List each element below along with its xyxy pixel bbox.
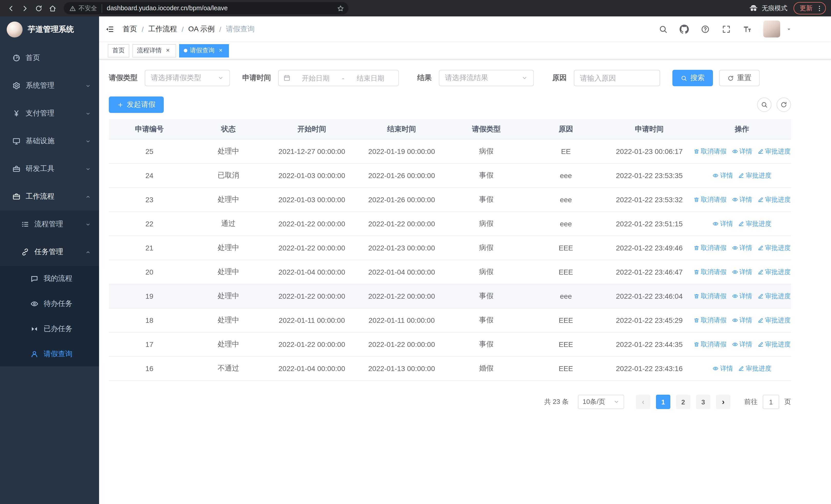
progress-button[interactable]: 审批进度 [757,243,791,252]
refresh-table-button[interactable] [777,97,791,112]
end-date-input[interactable] [347,74,394,82]
browser-menu-icon[interactable] [815,4,823,12]
sidebar-item-system-management[interactable]: 系统管理 [0,72,99,99]
page-unit-label: 页 [784,397,791,407]
cancel-leave-button[interactable]: 取消请假 [693,340,726,349]
page-size-select[interactable]: 10条/页 [578,395,624,409]
progress-button[interactable]: 审批进度 [738,171,771,180]
progress-button[interactable]: 审批进度 [757,340,791,349]
progress-button[interactable]: 审批进度 [757,292,791,300]
reset-button[interactable]: 重置 [719,70,760,86]
help-button[interactable] [700,24,710,34]
create-leave-label: 发起请假 [127,100,155,109]
detail-button[interactable]: 详情 [732,316,752,325]
font-size-button[interactable] [742,24,752,34]
apply-time-range-picker[interactable]: - [278,70,399,86]
next-page-button[interactable]: › [716,395,730,409]
search-button[interactable] [658,24,668,34]
detail-button[interactable]: 详情 [732,268,752,276]
eye-icon [732,197,738,203]
sidebar-item-process-management[interactable]: 流程管理 [0,210,99,238]
detail-button[interactable]: 详情 [712,171,733,180]
sidebar-item-done-tasks[interactable]: 已办任务 [0,316,99,341]
collapse-sidebar-button[interactable] [99,16,121,42]
sidebar-item-my-processes[interactable]: 我的流程 [0,266,99,291]
eye-icon [30,299,38,308]
sidebar-item-home[interactable]: 首页 [0,44,99,72]
chevron-down-icon [218,75,224,81]
breadcrumb-home[interactable]: 首页 [123,24,137,34]
github-link[interactable] [679,24,689,34]
eye-icon [712,173,719,179]
cancel-leave-button[interactable]: 取消请假 [693,316,726,325]
sidebar-item-task-management[interactable]: 任务管理 [0,238,99,266]
update-button[interactable]: 更新 [794,2,826,14]
detail-button[interactable]: 详情 [712,364,733,373]
back-button[interactable] [4,1,18,15]
cell-end-time: 2022-01-04 00:00:00 [357,268,447,276]
progress-button[interactable]: 审批进度 [757,316,791,325]
progress-button[interactable]: 审批进度 [757,195,791,204]
page-button-2[interactable]: 2 [676,395,690,409]
create-leave-button[interactable]: 发起请假 [109,96,164,113]
page-button-3[interactable]: 3 [696,395,710,409]
sidebar-item-leave-query[interactable]: 请假查询 [0,341,99,366]
caret-down-icon[interactable] [786,26,792,32]
progress-button[interactable]: 审批进度 [757,268,791,276]
detail-button[interactable]: 详情 [732,292,752,300]
progress-button[interactable]: 审批进度 [757,147,791,156]
tab-leave-query[interactable]: 请假查询 × [179,44,229,57]
sidebar-item-infrastructure[interactable]: 基础设施 [0,127,99,155]
fullscreen-button[interactable] [721,24,732,34]
page-button-1[interactable]: 1 [656,395,670,409]
forward-button[interactable] [18,1,32,15]
sidebar-item-payment-management[interactable]: 支付管理 [0,99,99,127]
home-button[interactable] [46,1,60,15]
toggle-search-button[interactable] [757,97,771,112]
security-chip[interactable]: 不安全 [69,4,102,12]
progress-button[interactable]: 审批进度 [738,364,771,373]
reload-button[interactable] [32,1,46,15]
cell-leave-type: 病假 [447,147,526,156]
reason-input[interactable] [574,70,660,86]
sidebar-item-dev-tools[interactable]: 研发工具 [0,155,99,183]
breadcrumb-workflow[interactable]: 工作流程 [148,24,177,34]
breadcrumb-oa-example[interactable]: OA 示例 [189,24,215,34]
cell-leave-type: 事假 [447,171,526,180]
detail-button[interactable]: 详情 [732,243,752,252]
start-date-input[interactable] [292,74,339,82]
detail-button[interactable]: 详情 [712,219,733,228]
cancel-leave-button[interactable]: 取消请假 [693,243,726,252]
detail-button[interactable]: 详情 [732,195,752,204]
address-bar[interactable]: 不安全 dashboard.yudao.iocoder.cn/bpm/oa/le… [64,2,348,14]
app-logo[interactable]: 芋道管理系统 [0,17,99,42]
sidebar-item-todo-tasks[interactable]: 待办任务 [0,291,99,316]
cell-apply-time: 2022-01-22 23:43:16 [606,364,693,373]
prev-page-button[interactable]: ‹ [636,395,650,409]
cell-apply-time: 2022-01-22 23:51:15 [606,220,693,228]
cancel-leave-button[interactable]: 取消请假 [693,195,726,204]
close-icon[interactable]: × [164,47,171,54]
cell-reason: EEE [526,340,606,349]
sidebar-item-label: 已办任务 [44,324,99,333]
goto-page-input[interactable] [763,395,779,409]
user-avatar[interactable] [763,21,780,37]
leave-type-select[interactable]: 请选择请假类型 [145,70,230,86]
tab-home[interactable]: 首页 [108,44,130,57]
column-header-actions: 操作 [693,124,791,134]
result-select[interactable]: 请选择流结果 [439,70,534,86]
detail-button[interactable]: 详情 [732,147,752,156]
eye-icon [732,341,738,348]
sidebar-item-label: 基础设施 [26,137,85,146]
sidebar-item-workflow[interactable]: 工作流程 [0,183,99,210]
tab-process-detail[interactable]: 流程详情 × [133,44,176,57]
cancel-leave-button[interactable]: 取消请假 [693,292,726,300]
cancel-leave-button[interactable]: 取消请假 [693,147,726,156]
close-icon[interactable]: × [217,47,224,54]
cancel-leave-button[interactable]: 取消请假 [693,268,726,276]
bookmark-button[interactable] [335,3,346,14]
progress-button[interactable]: 审批进度 [738,219,771,228]
eye-icon [732,269,738,275]
search-button[interactable]: 搜索 [672,70,713,86]
detail-button[interactable]: 详情 [732,340,752,349]
